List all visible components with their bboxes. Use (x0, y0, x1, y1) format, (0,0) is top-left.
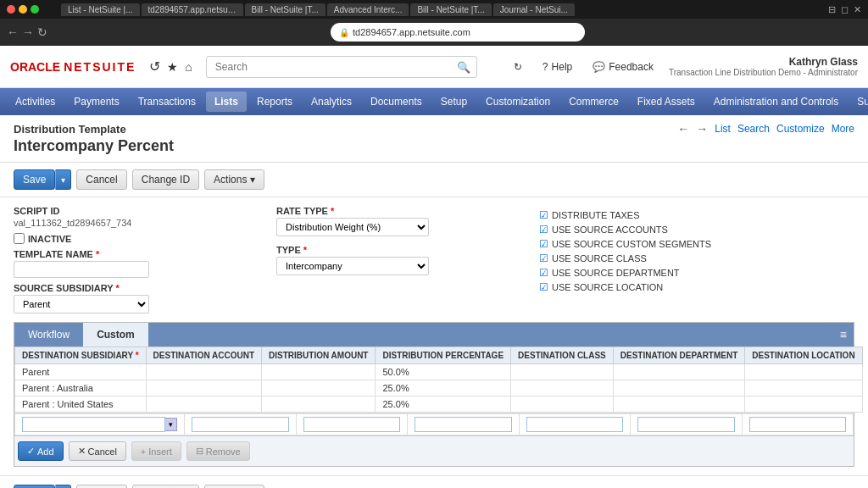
checked-checkbox-icon[interactable]: ☑ (539, 252, 548, 264)
new-percentage-cell[interactable] (408, 414, 520, 435)
save-button[interactable]: Save (14, 169, 55, 190)
insert-row-button[interactable]: + Insert (131, 441, 181, 461)
template-name-input[interactable]: Intercompany Percent (14, 261, 149, 278)
save-dropdown-button[interactable]: ▾ (55, 169, 71, 190)
actions-button[interactable]: Actions ▾ (204, 169, 264, 190)
header-search[interactable]: 🔍 (206, 56, 477, 78)
bottom-cancel-button[interactable]: Cancel (76, 485, 126, 488)
bottom-save-button-group[interactable]: Save ▾ (14, 485, 71, 488)
new-percentage-input[interactable] (415, 417, 512, 432)
browser-tab[interactable]: td2894657.app.netsuite.com (142, 3, 243, 16)
home-icon[interactable]: ↺ (149, 58, 160, 75)
nav-item-reports[interactable]: Reports (248, 92, 301, 112)
prev-record-button[interactable]: ← (677, 122, 689, 136)
add-checkmark-icon: ✓ (27, 446, 35, 457)
remove-row-button[interactable]: ⊟ Remove (186, 441, 250, 461)
save-button-group[interactable]: Save ▾ (14, 169, 71, 190)
change-id-button[interactable]: Change ID (132, 169, 199, 190)
rate-type-select[interactable]: Distribution Weight (%) (276, 218, 429, 236)
browser-tab[interactable]: Bill - NetSuite |T... (410, 3, 491, 16)
bottom-change-id-button[interactable]: Change ID (132, 485, 199, 488)
app-header: ORACLE NETSUITE ↺ ★ ⌂ 🔍 ↻ ? Help 💬 Feedb… (0, 46, 868, 88)
user-info[interactable]: Kathryn Glass Transaction Line Distribut… (669, 56, 858, 77)
nav-item-documents[interactable]: Documents (362, 92, 431, 112)
new-subsidiary-cell[interactable]: ▾ (15, 414, 185, 435)
type-select-wrapper[interactable]: Intercompany (276, 257, 531, 275)
nav-item-fixed-assets[interactable]: Fixed Assets (629, 92, 704, 112)
source-subsidiary-select[interactable]: Parent (14, 295, 149, 313)
new-subsidiary-input[interactable] (22, 417, 165, 432)
browser-tab[interactable]: Journal - NetSui... (493, 3, 575, 16)
nav-item-administration-and-controls[interactable]: Administration and Controls (705, 92, 847, 112)
nav-item-setup[interactable]: Setup (432, 92, 476, 112)
nav-item-analytics[interactable]: Analytics (303, 92, 360, 112)
checked-checkbox-icon[interactable]: ☑ (539, 238, 548, 250)
maximize-window-btn[interactable] (31, 5, 39, 14)
back-button[interactable]: ← (7, 25, 19, 39)
forward-button[interactable]: → (22, 25, 34, 39)
new-class-input[interactable] (526, 417, 624, 432)
customize-link[interactable]: Customize (776, 123, 825, 135)
checked-checkbox-icon[interactable]: ☑ (539, 281, 548, 293)
table-row[interactable]: Parent : United States25.0% (15, 396, 863, 413)
browser-tab[interactable]: Bill - NetSuite |T... (245, 3, 326, 16)
new-account-input[interactable] (192, 417, 289, 432)
new-amount-cell[interactable] (296, 414, 408, 435)
type-select[interactable]: Intercompany (276, 257, 429, 275)
nav-item-customization[interactable]: Customization (477, 92, 559, 112)
table-row[interactable]: Parent50.0% (15, 364, 863, 380)
nav-item-lists[interactable]: Lists (206, 92, 247, 112)
new-row[interactable]: ▾ (15, 414, 854, 435)
minimize-window-btn[interactable] (19, 5, 27, 14)
list-link[interactable]: List (715, 123, 731, 135)
search-input[interactable] (206, 56, 477, 78)
header-quick-nav[interactable]: ↺ ★ ⌂ (149, 58, 192, 75)
refresh-button[interactable]: ↻ (509, 58, 527, 76)
house-icon[interactable]: ⌂ (185, 60, 192, 74)
checked-checkbox-icon[interactable]: ☑ (539, 267, 548, 279)
department-cell (613, 364, 745, 380)
new-subsidiary-dropdown-btn[interactable]: ▾ (165, 418, 177, 431)
inactive-checkbox[interactable] (14, 233, 25, 244)
nav-item-activities[interactable]: Activities (7, 92, 64, 112)
nav-item-payments[interactable]: Payments (65, 92, 127, 112)
search-link[interactable]: Search (737, 123, 770, 135)
next-record-button[interactable]: → (696, 122, 708, 136)
refresh-button[interactable]: ↻ (37, 25, 47, 39)
new-department-input[interactable] (637, 417, 735, 432)
checked-checkbox-icon[interactable]: ☑ (539, 224, 548, 236)
new-class-cell[interactable] (519, 414, 631, 435)
new-account-cell[interactable] (185, 414, 297, 435)
tab-menu-icon[interactable]: ≡ (833, 328, 854, 341)
address-bar[interactable]: 🔒 td2894657.app.netsuite.com (331, 23, 585, 42)
close-window-btn[interactable] (7, 5, 15, 14)
cancel-row-button[interactable]: ✕ Cancel (69, 441, 126, 461)
star-icon[interactable]: ★ (167, 60, 178, 74)
tab-workflow[interactable]: Workflow (14, 323, 83, 347)
help-button[interactable]: ? Help (537, 58, 577, 76)
new-location-cell[interactable] (742, 414, 854, 435)
form-checkboxes-col: ☑DISTRIBUTE TAXES☑USE SOURCE ACCOUNTS☑US… (539, 206, 854, 313)
tab-custom[interactable]: Custom (83, 323, 148, 347)
browser-nav-buttons[interactable]: ← → ↻ (7, 25, 47, 39)
nav-item-suiteapps[interactable]: SuiteApps (849, 92, 868, 112)
bottom-save-button[interactable]: Save (14, 485, 55, 488)
source-subsidiary-select-wrapper[interactable]: Parent (14, 295, 268, 313)
new-location-input[interactable] (749, 417, 847, 432)
bottom-actions-button[interactable]: Actions ▾ (204, 485, 264, 488)
window-controls[interactable] (7, 5, 39, 14)
browser-tab[interactable]: Advanced Interc... (327, 3, 409, 16)
new-department-cell[interactable] (631, 414, 743, 435)
rate-type-select-wrapper[interactable]: Distribution Weight (%) (276, 218, 531, 236)
bottom-save-dropdown-button[interactable]: ▾ (55, 485, 71, 488)
feedback-button[interactable]: 💬 Feedback (587, 58, 659, 76)
nav-item-commerce[interactable]: Commerce (560, 92, 627, 112)
table-row[interactable]: Parent : Australia25.0% (15, 380, 863, 396)
add-row-button[interactable]: ✓ Add (18, 441, 64, 461)
checked-checkbox-icon[interactable]: ☑ (539, 209, 548, 221)
nav-item-transactions[interactable]: Transactions (130, 92, 204, 112)
cancel-button[interactable]: Cancel (76, 169, 126, 190)
browser-tab[interactable]: List - NetSuite |... (61, 3, 140, 16)
more-link[interactable]: More (832, 123, 854, 135)
new-amount-input[interactable] (303, 417, 401, 432)
